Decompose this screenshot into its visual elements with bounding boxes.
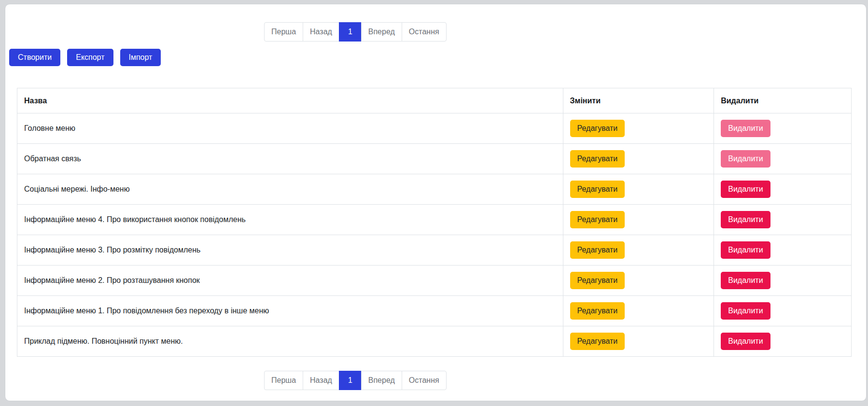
edit-button[interactable]: Редагувати [570, 181, 625, 198]
menu-table: Назва Змінити Видалити Головне меню Реда… [17, 88, 852, 357]
table-row: Обратная связь Редагувати Видалити [17, 144, 852, 174]
delete-button[interactable]: Видалити [721, 181, 770, 198]
import-button[interactable]: Імпорт [120, 49, 161, 66]
row-name: Інформаційне меню 3. Про розмітку повідо… [17, 235, 563, 266]
edit-button[interactable]: Редагувати [570, 272, 625, 289]
edit-button[interactable]: Редагувати [570, 241, 625, 259]
delete-button[interactable]: Видалити [721, 302, 770, 320]
toolbar: Створити Експорт Імпорт [9, 49, 161, 66]
delete-button[interactable]: Видалити [721, 150, 770, 168]
table-row: Інформаційне меню 1. Про повідомлення бе… [17, 296, 852, 326]
edit-button[interactable]: Редагувати [570, 150, 625, 168]
delete-button[interactable]: Видалити [721, 120, 770, 137]
header-edit: Змінити [563, 88, 714, 113]
create-button[interactable]: Створити [9, 49, 60, 66]
row-name: Приклад підменю. Повноцінний пункт меню. [17, 326, 563, 357]
edit-button[interactable]: Редагувати [570, 333, 625, 350]
pagination-prev[interactable]: Назад [303, 371, 339, 390]
row-name: Головне меню [17, 113, 563, 144]
pagination-page-1[interactable]: 1 [339, 22, 362, 42]
edit-button[interactable]: Редагувати [570, 211, 625, 228]
table-header-row: Назва Змінити Видалити [17, 88, 852, 113]
row-name: Інформаційне меню 4. Про використання кн… [17, 205, 563, 235]
pagination-page-1[interactable]: 1 [339, 371, 362, 390]
row-name: Соціальні мережі. Інфо-меню [17, 174, 563, 205]
edit-button[interactable]: Редагувати [570, 120, 625, 137]
pagination-next[interactable]: Вперед [361, 371, 402, 390]
table-row: Соціальні мережі. Інфо-меню Редагувати В… [17, 174, 852, 205]
pagination-first[interactable]: Перша [264, 371, 303, 390]
delete-button[interactable]: Видалити [721, 211, 770, 228]
pagination-first[interactable]: Перша [264, 22, 303, 42]
pagination-bottom: ПершаНазад1ВпередОстання [264, 371, 447, 390]
header-name: Назва [17, 88, 563, 113]
content-card: ПершаНазад1ВпередОстання Створити Експор… [5, 4, 867, 401]
pagination-next[interactable]: Вперед [361, 22, 402, 42]
pagination-top: ПершаНазад1ВпередОстання [264, 22, 447, 42]
delete-button[interactable]: Видалити [721, 333, 770, 350]
pagination-prev[interactable]: Назад [303, 22, 339, 42]
table-row: Інформаційне меню 4. Про використання кн… [17, 205, 852, 235]
export-button[interactable]: Експорт [67, 49, 113, 66]
edit-button[interactable]: Редагувати [570, 302, 625, 320]
table-row: Приклад підменю. Повноцінний пункт меню.… [17, 326, 852, 357]
pagination-last[interactable]: Остання [402, 371, 447, 390]
table-row: Інформаційне меню 2. Про розташування кн… [17, 266, 852, 296]
table-row: Головне меню Редагувати Видалити [17, 113, 852, 144]
delete-button[interactable]: Видалити [721, 272, 770, 289]
delete-button[interactable]: Видалити [721, 241, 770, 259]
row-name: Інформаційне меню 1. Про повідомлення бе… [17, 296, 563, 326]
row-name: Інформаційне меню 2. Про розташування кн… [17, 266, 563, 296]
table-row: Інформаційне меню 3. Про розмітку повідо… [17, 235, 852, 266]
row-name: Обратная связь [17, 144, 563, 174]
header-delete: Видалити [714, 88, 852, 113]
pagination-last[interactable]: Остання [402, 22, 447, 42]
